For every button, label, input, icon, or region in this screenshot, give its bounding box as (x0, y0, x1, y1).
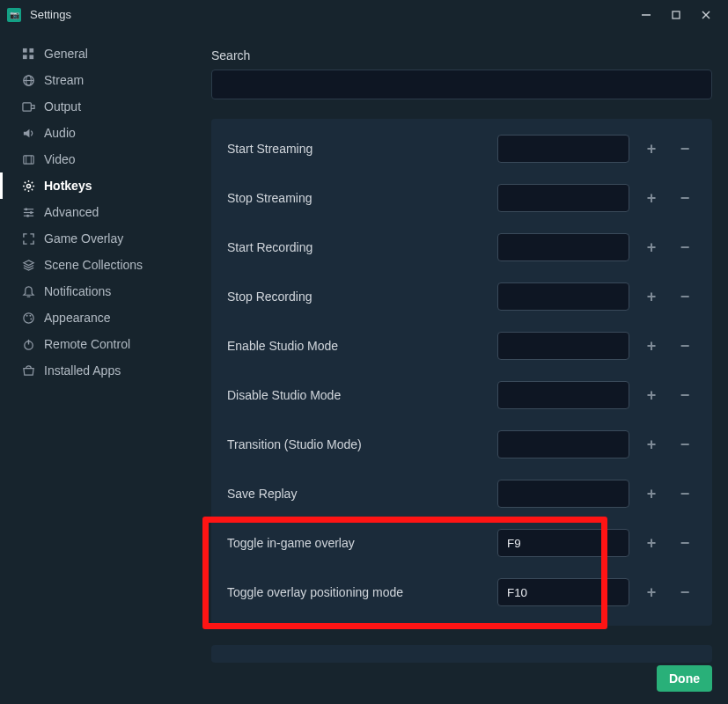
remove-button[interactable]: − (673, 236, 696, 259)
hotkey-label: Stop Recording (227, 289, 497, 305)
power-icon (21, 337, 35, 351)
sidebar-item-audio[interactable]: Audio (0, 120, 195, 146)
sidebar-item-label: Advanced (44, 205, 99, 219)
main: General Stream Output Audio Video Hotkey… (0, 29, 728, 704)
add-button[interactable]: + (640, 532, 663, 554)
svg-point-20 (29, 211, 32, 214)
svg-rect-12 (23, 155, 33, 163)
hotkey-input-start-streaming[interactable] (497, 135, 629, 163)
minus-icon: − (680, 337, 690, 356)
hotkey-row-start-streaming: Start Streaming + − (227, 124, 696, 173)
add-button[interactable]: + (640, 433, 663, 456)
sidebar-item-label: Scene Collections (44, 258, 143, 272)
add-button[interactable]: + (640, 334, 663, 357)
svg-rect-6 (22, 55, 26, 59)
svg-rect-5 (29, 48, 33, 52)
hotkey-input-disable-studio-mode[interactable] (497, 381, 629, 409)
remove-button[interactable]: − (673, 581, 696, 604)
hotkey-row-save-replay: Save Replay + − (227, 469, 696, 518)
svg-point-26 (30, 318, 32, 319)
add-button[interactable]: + (640, 285, 663, 308)
sidebar-item-label: Notifications (44, 284, 111, 298)
expand-icon (21, 231, 35, 246)
sidebar-item-output[interactable]: Output (0, 93, 195, 120)
svg-point-25 (29, 314, 31, 316)
palette-icon (21, 311, 35, 325)
plus-icon: + (647, 485, 657, 503)
hotkey-label: Start Recording (227, 239, 497, 256)
sliders-icon (21, 205, 35, 219)
hotkey-row-stop-recording: Stop Recording + − (227, 272, 696, 321)
maximize-button[interactable] (661, 0, 691, 29)
hotkey-input-save-replay[interactable] (497, 480, 629, 508)
remove-button[interactable]: − (673, 137, 696, 160)
hotkey-label: Transition (Studio Mode) (227, 436, 497, 453)
hotkey-row-start-recording: Start Recording + − (227, 223, 696, 272)
hotkey-row-enable-studio-mode: Enable Studio Mode + − (227, 321, 696, 370)
hotkey-input-transition[interactable] (497, 430, 629, 458)
svg-rect-11 (22, 102, 30, 110)
svg-point-19 (25, 208, 27, 210)
sidebar-item-hotkeys[interactable]: Hotkeys (0, 172, 195, 199)
hotkey-input-toggle-overlay-positioning[interactable] (497, 578, 629, 606)
svg-point-15 (26, 184, 30, 187)
sidebar-item-game-overlay[interactable]: Game Overlay (0, 225, 195, 252)
add-button[interactable]: + (640, 581, 663, 604)
store-icon (21, 363, 35, 378)
sidebar-item-video[interactable]: Video (0, 146, 195, 172)
sidebar-item-label: Game Overlay (44, 231, 123, 246)
remove-button[interactable]: − (673, 482, 696, 505)
sidebar-item-notifications[interactable]: Notifications (0, 278, 195, 304)
plus-icon: + (647, 436, 657, 454)
minus-icon: − (680, 140, 690, 158)
done-button[interactable]: Done (657, 665, 712, 692)
hotkey-input-toggle-overlay[interactable] (497, 529, 629, 557)
sidebar-item-general[interactable]: General (0, 40, 195, 67)
remove-button[interactable]: − (673, 532, 696, 554)
gear-icon (21, 179, 35, 193)
plus-icon: + (647, 337, 657, 356)
hotkey-input-stop-recording[interactable] (497, 282, 629, 311)
hotkey-row-transition: Transition (Studio Mode) + − (227, 420, 696, 469)
hotkey-label: Start Streaming (227, 141, 497, 158)
minus-icon: − (680, 534, 690, 553)
minimize-button[interactable] (631, 0, 661, 29)
add-button[interactable]: + (640, 236, 663, 259)
globe-icon (21, 73, 35, 87)
sidebar-item-label: Hotkeys (44, 179, 92, 193)
close-button[interactable] (691, 0, 721, 29)
search-input[interactable] (211, 70, 712, 99)
sidebar-item-stream[interactable]: Stream (0, 67, 195, 93)
hotkey-row-toggle-overlay-positioning: Toggle overlay positioning mode + − (227, 568, 696, 617)
hotkey-input-enable-studio-mode[interactable] (497, 332, 629, 360)
plus-icon: + (647, 189, 657, 208)
sidebar-item-scene-collections[interactable]: Scene Collections (0, 252, 195, 278)
film-icon (21, 152, 35, 166)
remove-button[interactable]: − (673, 187, 696, 209)
hotkey-input-start-recording[interactable] (497, 233, 629, 261)
output-icon (21, 99, 35, 114)
grid-icon (21, 47, 35, 61)
sidebar-item-advanced[interactable]: Advanced (0, 199, 195, 225)
svg-rect-1 (673, 11, 680, 18)
minus-icon: − (680, 238, 690, 257)
add-button[interactable]: + (640, 137, 663, 160)
remove-button[interactable]: − (673, 433, 696, 456)
sidebar-item-installed-apps[interactable]: Installed Apps (0, 357, 195, 384)
svg-point-24 (26, 314, 27, 316)
hotkey-label: Toggle in-game overlay (227, 535, 497, 552)
bell-icon (21, 284, 35, 298)
sidebar-item-remote-control[interactable]: Remote Control (0, 331, 195, 357)
minus-icon: − (680, 386, 690, 405)
add-button[interactable]: + (640, 187, 663, 209)
remove-button[interactable]: − (673, 285, 696, 308)
add-button[interactable]: + (640, 482, 663, 505)
remove-button[interactable]: − (673, 334, 696, 357)
minus-icon: − (680, 288, 690, 306)
sidebar: General Stream Output Audio Video Hotkey… (0, 29, 195, 704)
hotkey-label: Disable Studio Mode (227, 387, 497, 404)
sidebar-item-appearance[interactable]: Appearance (0, 304, 195, 331)
add-button[interactable]: + (640, 384, 663, 407)
remove-button[interactable]: − (673, 384, 696, 407)
hotkey-input-stop-streaming[interactable] (497, 184, 629, 212)
